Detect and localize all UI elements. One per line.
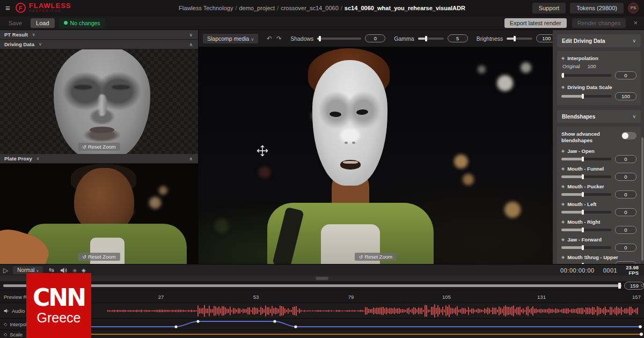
undo-icon[interactable]: ↶ <box>267 35 272 42</box>
blendshape-value[interactable]: 0 <box>615 173 636 181</box>
cnn-region: Greece <box>37 310 81 326</box>
show-advanced-toggle[interactable] <box>621 132 636 139</box>
prev-keyframe-icon[interactable]: ◈ <box>72 268 77 273</box>
ruler-tick: 131 <box>533 294 550 300</box>
diamond-icon: ◈ <box>561 202 565 207</box>
preview-range-thumb[interactable] <box>618 283 621 289</box>
diamond-icon: ◈ <box>561 255 565 260</box>
media-select[interactable]: Slapcomp media ∨ <box>203 34 258 43</box>
export-latest-render-button[interactable]: Export latest render <box>504 18 567 28</box>
blendshape-slider[interactable] <box>561 211 611 214</box>
interpolation-label: Interpolation <box>567 55 598 61</box>
tokens-button[interactable]: Tokens (29800) <box>570 3 624 13</box>
volume-icon[interactable] <box>60 267 68 274</box>
driving-data-scale-value[interactable]: 100 <box>615 92 636 100</box>
audio-track[interactable]: Audio <box>0 303 644 318</box>
interpolation-value[interactable]: 0 <box>615 71 636 79</box>
dropdown-chevron-icon[interactable]: ∨ <box>39 42 42 47</box>
timeline-ruler[interactable]: Preview Range 275379105131157 <box>0 290 644 303</box>
scale-track[interactable]: ◇Scale <box>0 329 644 338</box>
blendshape-value[interactable]: 0 <box>615 155 636 163</box>
reset-zoom-button[interactable]: ↺Reset Zoom <box>355 253 397 261</box>
driving-data-header[interactable]: Driving Data∨ ∧ <box>0 40 198 49</box>
chevron-down-icon: ∨ <box>632 114 636 119</box>
blendshape-label: Mouth - Pucker <box>567 183 604 189</box>
cnn-logo: CNN <box>33 286 85 310</box>
close-icon[interactable]: × <box>631 19 640 27</box>
timeline-scrollbar[interactable] <box>0 276 644 281</box>
ruler-tick: 79 <box>343 294 359 300</box>
blendshape-value[interactable]: 0 <box>615 226 636 234</box>
chevron-down-icon: ∨ <box>36 269 39 273</box>
top-bar: ≡ F FLAWLESS DEEPEDITOR Flawless Technol… <box>0 0 644 16</box>
blendshape-row: ◈Mouth - Left 0 <box>561 201 636 216</box>
collapse-chevron-icon[interactable]: ∧ <box>189 156 193 161</box>
plate-proxy-viewport[interactable]: ↺Reset Zoom <box>0 164 198 264</box>
collapse-chevron-icon[interactable]: ∨ <box>189 32 193 38</box>
redo-icon[interactable]: ↷ <box>276 35 282 42</box>
blendshapes-card: Show advanced blendshapes ◈Jaw - Open 0 … <box>557 127 641 264</box>
timeline: 159 ↺ Preview Range 275379105131157 Audi… <box>0 276 644 338</box>
play-button[interactable]: ▷ <box>3 267 8 274</box>
dropdown-chevron-icon[interactable]: ∨ <box>36 156 40 161</box>
save-button[interactable]: Save <box>4 18 26 28</box>
range-reset-icon[interactable]: ↺ <box>640 282 644 288</box>
diamond-icon: ◈ <box>561 219 565 224</box>
blendshape-slider[interactable] <box>561 246 611 249</box>
reset-zoom-button[interactable]: ↺Reset Zoom <box>78 253 120 261</box>
collapse-chevron-icon[interactable]: ∧ <box>189 42 193 47</box>
audio-waveform <box>0 303 644 319</box>
shadows-slider[interactable] <box>317 38 361 40</box>
face-mask-render <box>312 60 387 186</box>
support-button[interactable]: Support <box>532 3 566 13</box>
blendshapes-header[interactable]: Blendshapes ∨ <box>557 110 641 123</box>
interpolation-mode[interactable]: Original <box>562 63 580 69</box>
blendshape-slider[interactable] <box>561 229 611 231</box>
diamond-icon: ◈ <box>561 149 565 153</box>
action-bar: Save Load No changes Export latest rende… <box>0 16 644 30</box>
blendshape-slider[interactable] <box>561 175 611 178</box>
load-button[interactable]: Load <box>31 18 54 28</box>
breadcrumb-segment[interactable]: crossover_sc14_0060 <box>281 5 339 11</box>
pt-result-header[interactable]: PT Result∨ ∨ <box>0 30 198 40</box>
preview-range-slider[interactable] <box>3 284 621 287</box>
blendshape-label: Jaw - Forward <box>567 237 602 243</box>
driving-data-viewport[interactable]: ↺Reset Zoom <box>0 49 198 154</box>
flawless-logo-icon: F <box>16 3 26 13</box>
reset-zoom-button[interactable]: ↺Reset Zoom <box>78 143 120 151</box>
driving-data-scale-slider[interactable] <box>561 95 611 98</box>
scrollbar-handle[interactable] <box>316 277 328 280</box>
plate-proxy-header[interactable]: Plate Proxy∨ ∧ <box>0 154 198 164</box>
gamma-slider[interactable] <box>418 38 444 40</box>
diamond-icon: ◈ <box>561 237 565 242</box>
dropdown-chevron-icon[interactable]: ∨ <box>32 32 35 37</box>
blendshape-label: Jaw - Open <box>567 148 595 154</box>
blendshape-value[interactable]: 0 <box>615 244 636 252</box>
blendshape-value[interactable]: 0 <box>615 190 636 199</box>
preview-range-row: 159 ↺ <box>0 281 644 290</box>
timecode: 00:00:00:00 <box>560 267 595 274</box>
move-cursor-icon <box>257 145 268 157</box>
interpolation-slider[interactable] <box>561 74 611 77</box>
shadows-value[interactable]: 0 <box>365 34 385 42</box>
blendshape-slider[interactable] <box>561 158 611 160</box>
status-dot-icon <box>64 21 68 25</box>
next-keyframe-icon[interactable]: ◈ <box>82 268 86 273</box>
breadcrumb-segment[interactable]: Flawless Technology <box>179 5 233 11</box>
loop-icon[interactable] <box>48 267 55 273</box>
render-changes-button[interactable]: Render changes <box>572 18 626 28</box>
right-panel-scrollbar[interactable] <box>641 137 643 261</box>
edit-driving-data-header[interactable]: Edit Driving Data ∨ <box>557 34 641 47</box>
diamond-icon: ◈ <box>561 56 565 61</box>
main-canvas[interactable]: ↺Reset Zoom <box>199 47 553 264</box>
breadcrumb-current: sc14_0060_what_you_rehearse_visualADR <box>345 5 465 11</box>
blendshape-value[interactable]: 0 <box>615 208 636 216</box>
gamma-value[interactable]: 5 <box>448 34 468 42</box>
menu-icon[interactable]: ≡ <box>5 3 10 12</box>
breadcrumb-segment[interactable]: demo_project <box>239 5 275 11</box>
brightness-slider[interactable] <box>507 38 532 40</box>
avatar[interactable]: PS <box>628 3 639 13</box>
interpolation-track[interactable]: ◇Interpolation <box>0 318 644 329</box>
blendshape-slider[interactable] <box>561 193 611 196</box>
diamond-icon: ◈ <box>561 85 565 90</box>
